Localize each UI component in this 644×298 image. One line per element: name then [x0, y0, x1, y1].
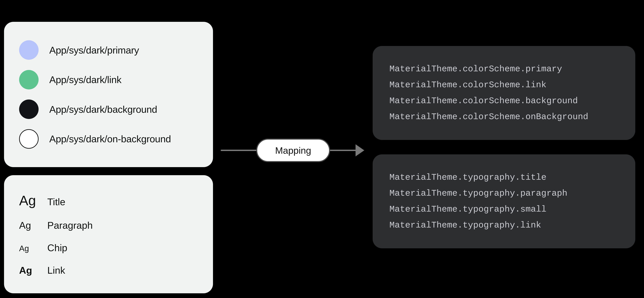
- design-tokens-typography-card: Ag Title Ag Paragraph Ag Chip Ag Link: [4, 175, 213, 293]
- code-line: MaterialTheme.colorScheme.onBackground: [390, 112, 618, 122]
- color-token-primary: App/sys/dark/primary: [19, 40, 198, 60]
- arrow-line-left: [221, 150, 258, 151]
- typo-sample-title: Ag: [19, 193, 47, 208]
- mapping-pill: Mapping: [256, 139, 330, 162]
- color-label-background: App/sys/dark/background: [49, 104, 157, 115]
- color-token-background: App/sys/dark/background: [19, 100, 198, 119]
- swatch-background: [19, 100, 38, 119]
- typo-sample-chip: Ag: [19, 244, 47, 253]
- mapping-label: Mapping: [275, 145, 311, 156]
- code-line: MaterialTheme.colorScheme.link: [390, 80, 618, 90]
- typo-sample-paragraph: Ag: [19, 220, 47, 231]
- code-typography-card: MaterialTheme.typography.title MaterialT…: [373, 154, 635, 248]
- color-token-link: App/sys/dark/link: [19, 70, 198, 89]
- color-label-on-background: App/sys/dark/on-background: [49, 133, 171, 144]
- arrow-head-icon: [356, 144, 364, 156]
- typo-sample-link: Ag: [19, 265, 47, 276]
- code-line: MaterialTheme.colorScheme.primary: [390, 64, 618, 74]
- code-line: MaterialTheme.typography.paragraph: [390, 188, 618, 198]
- code-line: MaterialTheme.typography.small: [390, 204, 618, 214]
- typo-token-title: Ag Title: [19, 193, 198, 208]
- code-line: MaterialTheme.colorScheme.background: [390, 96, 618, 106]
- typo-label-title: Title: [47, 196, 65, 207]
- typo-token-link: Ag Link: [19, 265, 198, 276]
- code-line: MaterialTheme.typography.link: [390, 220, 618, 230]
- color-label-link: App/sys/dark/link: [49, 74, 122, 85]
- swatch-primary: [19, 40, 38, 60]
- swatch-link: [19, 70, 38, 89]
- typo-label-link: Link: [47, 265, 65, 276]
- color-token-on-background: App/sys/dark/on-background: [19, 129, 198, 149]
- typo-token-paragraph: Ag Paragraph: [19, 220, 198, 231]
- color-label-primary: App/sys/dark/primary: [49, 45, 139, 56]
- swatch-on-background: [19, 129, 38, 149]
- arrow-line-right: [329, 150, 357, 151]
- design-tokens-colors-card: App/sys/dark/primary App/sys/dark/link A…: [4, 22, 213, 167]
- typo-token-chip: Ag Chip: [19, 242, 198, 253]
- typo-label-paragraph: Paragraph: [47, 220, 93, 231]
- code-colorscheme-card: MaterialTheme.colorScheme.primary Materi…: [373, 46, 635, 140]
- typo-label-chip: Chip: [47, 242, 67, 253]
- code-line: MaterialTheme.typography.title: [390, 172, 618, 182]
